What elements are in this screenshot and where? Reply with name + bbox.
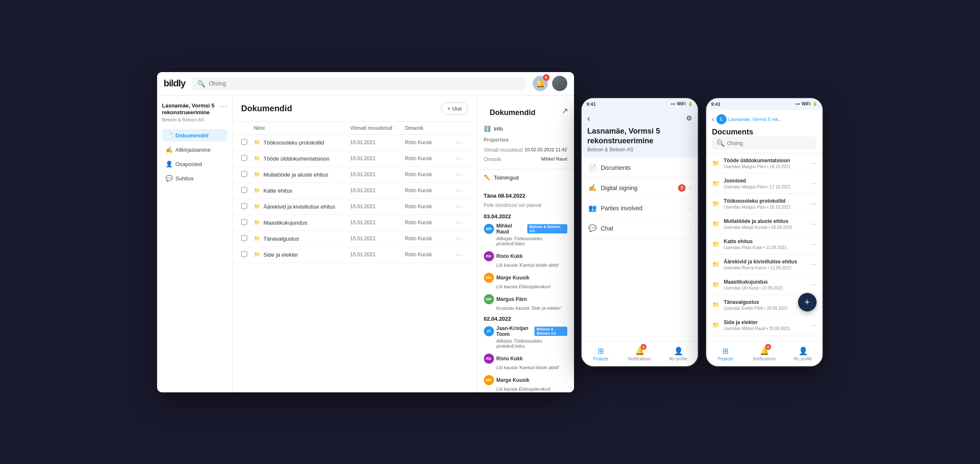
action-desc: Lõi kausta 'Kaetud tööde aktid'	[497, 365, 567, 370]
row-checkbox[interactable]	[241, 235, 254, 242]
row-checkbox[interactable]	[241, 187, 254, 194]
col-name-header: Nimi	[254, 125, 350, 131]
mobile1-back-button[interactable]: ‹	[587, 113, 590, 123]
action-entry: MK Marge Kuusik Lõi kausta Ehituspäeviku…	[484, 273, 567, 289]
mobile-nav-profile[interactable]: 👤 My profile	[784, 341, 822, 366]
mobile2-doc-item[interactable]: 📁 Katte ehitus Uuendas Risto Kukk • 11.0…	[706, 234, 822, 255]
mobile2-doc-more[interactable]: ⋯	[810, 220, 817, 228]
mobile2-doc-item[interactable]: 📁 Tööde ülddokumentatsioon Uuendas Margu…	[706, 153, 822, 174]
sidebar-item-osapooled[interactable]: 👤 Osapooled	[162, 158, 227, 170]
table-row[interactable]: 📁 Side ja elekter 15.01.2021 Risto Kuusk…	[233, 247, 477, 263]
row-actions-button[interactable]: ⋯	[456, 251, 468, 259]
mobile2-doc-more[interactable]: ⋯	[810, 281, 817, 289]
search-input[interactable]	[209, 80, 521, 87]
actions-label: ✏️ Toimingud	[484, 174, 519, 181]
row-actions-button[interactable]: ⋯	[456, 235, 468, 243]
table-row[interactable]: 📁 Töökoosoleku protokollid 15.01.2021 Ri…	[233, 135, 477, 151]
export-icon[interactable]: ↗	[562, 106, 568, 115]
mobile1-settings-button[interactable]: ⚙	[686, 114, 692, 122]
row-name: 📁 Äärekivid ja kivisillutise ehitus	[254, 204, 350, 210]
row-checkbox[interactable]	[241, 203, 254, 210]
info-section-header[interactable]: ℹ️ Info	[477, 121, 574, 137]
mobile-nav-notifications[interactable]: 🔔 4 Notifications	[620, 341, 659, 366]
mobile1-menu-item-documents[interactable]: 📄 Documents ›	[582, 158, 698, 178]
menu-item-label: Parties involved	[601, 205, 643, 212]
sidebar-item-allkirjastamine[interactable]: ✍️ Allkirjastamine	[162, 143, 227, 156]
mobile2-doc-item[interactable]: 📁 Side ja elekter Uuendas Mihkel Raud • …	[706, 315, 822, 335]
row-actions-button[interactable]: ⋯	[456, 203, 468, 211]
row-actions-button[interactable]: ⋯	[456, 171, 468, 179]
mobile2-doc-meta: Uuendas Ülo Kurg • 10.09.2021	[724, 286, 806, 290]
mobile-nav-profile[interactable]: 👤 My profile	[659, 341, 698, 366]
mobile2-search-input[interactable]	[727, 140, 812, 146]
mobile2-doc-item[interactable]: 📁 Maastikukujundus Uuendas Ülo Kurg • 10…	[706, 275, 822, 295]
row-actions-button[interactable]: ⋯	[456, 219, 468, 227]
mobile1-menu-item-digital_signing[interactable]: ✍️ Digital signing 3 ›	[582, 178, 698, 198]
actions-section-header[interactable]: ✏️ Toimingud	[477, 169, 574, 186]
mobile2-doc-item[interactable]: 📁 Mullatööde ja aluste ehitus Uuendas Ma…	[706, 214, 822, 234]
mobile1-status-icons: ▪▪▪ WiFi 🔋	[671, 102, 693, 106]
nav-icon: ⊞	[598, 346, 604, 356]
mobile2-doc-name: Töökoosoleku protokollid	[724, 198, 806, 204]
row-actions-button[interactable]: ⋯	[456, 155, 468, 163]
table-row[interactable]: 📁 Äärekivid ja kivisillutise ehitus 15.0…	[233, 199, 477, 215]
mobile2-doc-more[interactable]: ⋯	[810, 321, 817, 329]
row-checkbox[interactable]	[241, 139, 254, 146]
mobile-nav-notifications[interactable]: 🔔 4 Notifications	[745, 341, 784, 366]
row-checkbox[interactable]	[241, 219, 254, 226]
row-checkbox[interactable]	[241, 171, 254, 178]
mobile2-doc-item[interactable]: 📁 Töökoosoleku protokollid Uuendas Margu…	[706, 194, 822, 214]
search-bar[interactable]: 🔍	[192, 77, 526, 90]
mobile2-folder-icon: 📁	[712, 220, 720, 227]
battery-icon: 🔋	[688, 102, 693, 106]
mobile2-fab-button[interactable]: +	[798, 293, 817, 311]
app-logo: bildly	[164, 78, 185, 89]
mobile2-doc-meta: Uuendas Margus Pärn • 17.10.2021	[724, 185, 806, 189]
mobile2-doc-more[interactable]: ⋯	[810, 240, 817, 248]
menu-item-left: 👥 Parties involved	[588, 204, 643, 212]
mobile2-folder-icon: 📁	[712, 322, 720, 328]
nav-label: Projects	[718, 357, 733, 361]
action-user-name: Jaan-Kristjan Toom	[497, 325, 532, 337]
mobile2-back-area[interactable]: ‹ L Lasnamäe, Vormsi 5 rek...	[712, 114, 782, 124]
row-owner: Risto Kuusk	[405, 236, 456, 241]
mobile1-project-title: Lasnamäe, Vormsi 5 rekonstrueerimine	[587, 126, 692, 146]
mobile2-doc-item[interactable]: 📁 Joonised Uuendas Margus Pärn • 17.10.2…	[706, 174, 822, 194]
mobile2-doc-more[interactable]: ⋯	[810, 180, 817, 188]
mobile2-folder-icon: 📁	[712, 180, 720, 187]
mobile2-doc-more[interactable]: ⋯	[810, 200, 817, 208]
today-header: Täna 08.04.2022	[484, 193, 567, 199]
table-row[interactable]: 📁 Katte ehitus 15.01.2021 Risto Kuusk ⋯	[233, 183, 477, 199]
sidebar-project-name: Lasnamäe, Vormsi 5 rekonstrueerimine	[162, 102, 220, 117]
mobile2-status-icons: ▪▪▪ WiFi 🔋	[796, 102, 817, 106]
table-row[interactable]: 📁 Tänavalgustus 15.01.2021 Risto Kuusk ⋯	[233, 231, 477, 247]
row-date: 15.01.2021	[350, 252, 405, 257]
mobile-nav-projects[interactable]: ⊞ Projects	[582, 341, 620, 366]
mobile-screen-2: 9:41 ▪▪▪ WiFi 🔋 ‹ L Lasnamäe, Vormsi 5 r…	[705, 97, 823, 367]
mobile1-nav: ‹ ⚙	[587, 113, 692, 123]
mobile2-doc-item[interactable]: 📁 Äärekivid ja kivisillutise ehitus Uuen…	[706, 255, 822, 275]
row-date: 15.01.2021	[350, 204, 405, 209]
table-row[interactable]: 📁 Tööde ülddokumentatsioon 15.01.2021 Ri…	[233, 151, 477, 167]
nav-label: My profile	[669, 357, 687, 361]
new-document-button[interactable]: + Uus	[441, 102, 468, 115]
table-row[interactable]: 📁 Mullatööde ja aluste ehitus 15.01.2021…	[233, 167, 477, 183]
notification-avatar[interactable]: 🔔 6	[533, 76, 548, 91]
row-actions-button[interactable]: ⋯	[456, 187, 468, 195]
mobile2-search-bar[interactable]: 🔍	[712, 137, 817, 150]
row-checkbox[interactable]	[241, 155, 254, 162]
sidebar-item-dokumendid[interactable]: 📄 Dokumendid	[162, 129, 227, 142]
sidebar-item-suhtlus[interactable]: 💬 Suhtlus	[162, 172, 227, 185]
table-row[interactable]: 📁 Maastikukujundus 15.01.2021 Risto Kuus…	[233, 215, 477, 231]
row-actions-button[interactable]: ⋯	[456, 139, 468, 147]
mobile1-menu-item-chat[interactable]: 💬 Chat ›	[582, 218, 698, 239]
mobile2-doc-more[interactable]: ⋯	[810, 260, 817, 268]
row-checkbox[interactable]	[241, 251, 254, 258]
row-name: 📁 Maastikukujundus	[254, 220, 350, 226]
mobile2-doc-more[interactable]: ⋯	[810, 159, 817, 167]
user-avatar[interactable]	[552, 76, 567, 91]
mobile-nav-projects[interactable]: ⊞ Projects	[706, 341, 745, 366]
sidebar-menu-dots[interactable]: ⋯	[220, 102, 227, 110]
mobile2-doc-info: Maastikukujundus Uuendas Ülo Kurg • 10.0…	[724, 279, 806, 290]
mobile1-menu-item-parties[interactable]: 👥 Parties involved ›	[582, 198, 698, 218]
